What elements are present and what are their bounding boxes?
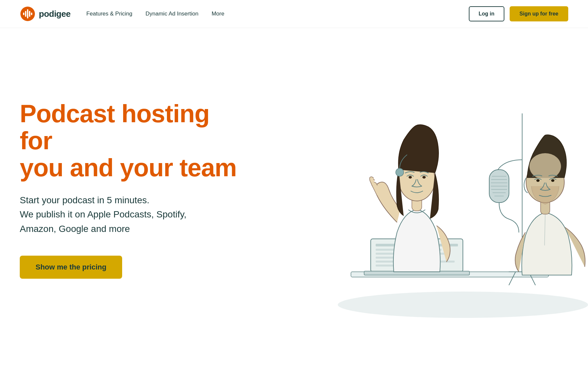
logo-text: podigee [39,9,70,19]
navbar: podigee Features & Pricing Dynamic Ad In… [0,0,588,28]
podigee-logo-icon [20,6,36,22]
navbar-left: podigee Features & Pricing Dynamic Ad In… [20,6,224,22]
svg-point-37 [551,179,554,182]
svg-point-31 [422,176,426,179]
svg-point-36 [536,179,540,182]
svg-point-30 [409,176,412,179]
hero-content: Podcast hosting for you and your team St… [20,100,244,279]
nav-item-features[interactable]: Features & Pricing [86,11,132,17]
login-button[interactable]: Log in [469,6,504,21]
hero-title: Podcast hosting for you and your team [20,100,244,181]
cta-button[interactable]: Show me the pricing [20,256,122,279]
hero-section: Podcast hosting for you and your team St… [0,28,588,344]
podcast-illustration: .sketch { fill: none; stroke: #5a8080; s… [298,48,588,344]
logo[interactable]: podigee [20,6,70,22]
svg-rect-1 [23,13,24,15]
nav-item-dynamic-ad[interactable]: Dynamic Ad Insertion [146,11,199,17]
svg-rect-5 [31,13,32,15]
signup-button[interactable]: Sign up for free [510,6,568,21]
nav-item-more[interactable]: More [212,11,225,17]
svg-rect-3 [27,9,28,18]
svg-point-38 [396,168,404,176]
svg-rect-2 [25,11,26,17]
hero-illustration: .sketch { fill: none; stroke: #5a8080; s… [298,48,588,344]
nav-links: Features & Pricing Dynamic Ad Insertion … [86,11,224,17]
svg-point-6 [338,292,588,318]
hero-subtitle: Start your podcast in 5 minutes. We publ… [20,193,244,236]
navbar-right: Log in Sign up for free [469,6,568,21]
svg-rect-4 [29,11,30,17]
